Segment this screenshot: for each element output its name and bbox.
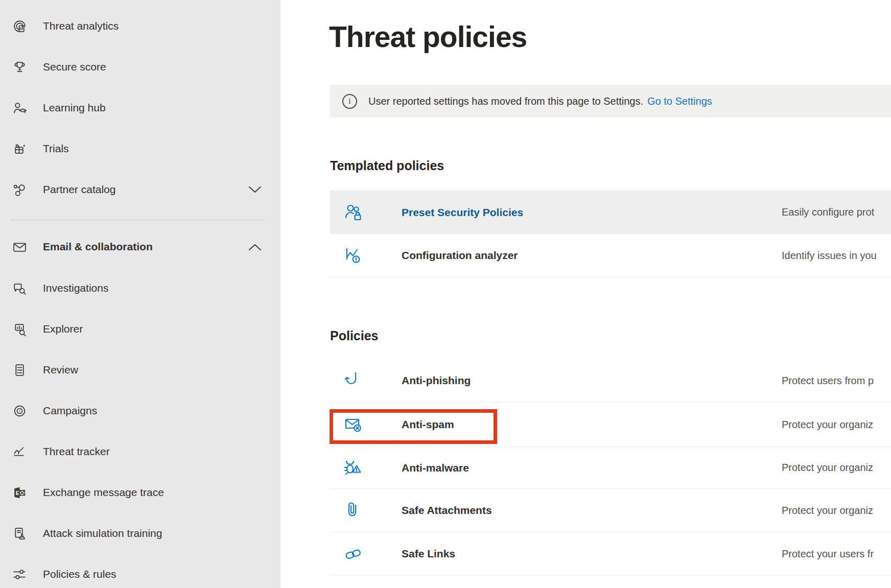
- anti-phishing-icon: [342, 369, 365, 392]
- anti-malware-icon: [342, 457, 365, 479]
- configuration-analyzer-icon: [342, 244, 365, 267]
- row-description: Protect your users fr: [782, 548, 874, 560]
- sidebar-item-email-collaboration[interactable]: Email & collaboration: [0, 226, 280, 267]
- threat-analytics-icon: [11, 18, 28, 34]
- svg-text:E: E: [15, 490, 19, 496]
- go-to-settings-link[interactable]: Go to Settings: [647, 96, 712, 107]
- info-banner: i User reported settings has moved from …: [330, 85, 891, 117]
- trials-icon: [11, 140, 28, 157]
- sidebar-item-label: Exchange message trace: [43, 486, 164, 499]
- page-title: Threat policies: [329, 20, 527, 54]
- attack-simulation-icon: [11, 525, 28, 542]
- row-description: Easily configure prot: [782, 206, 874, 218]
- partner-catalog-icon: [11, 181, 28, 198]
- row-description: Protect users from p: [782, 375, 874, 387]
- sidebar: Threat analytics Secure score Learning h…: [0, 0, 280, 588]
- row-name: Anti-malware: [402, 462, 469, 474]
- row-description: Protect your organiz: [782, 505, 873, 516]
- sidebar-item-label: Attack simulation training: [43, 527, 162, 539]
- row-name: Safe Links: [402, 548, 455, 560]
- safe-attachments-icon: [342, 499, 365, 522]
- sidebar-item-label: Review: [43, 364, 78, 376]
- row-name: Safe Attachments: [402, 504, 492, 516]
- sidebar-item-label: Campaigns: [43, 405, 97, 417]
- row-safe-attachments[interactable]: Safe Attachments Protect your organiz: [330, 489, 891, 532]
- sidebar-item-label: Investigations: [43, 282, 108, 294]
- sidebar-item-policies-rules[interactable]: Policies & rules: [0, 554, 280, 588]
- row-description: Protect your organiz: [782, 419, 873, 431]
- row-name: Anti-spam: [402, 418, 454, 431]
- sidebar-item-review[interactable]: Review: [0, 349, 280, 390]
- campaigns-icon: [11, 403, 28, 419]
- sidebar-item-secure-score[interactable]: Secure score: [0, 46, 280, 87]
- policies-rules-icon: [11, 566, 28, 582]
- sidebar-item-label: Explorer: [43, 323, 83, 335]
- exchange-icon: E: [11, 484, 28, 501]
- anti-spam-icon: [342, 413, 365, 436]
- sidebar-item-trials[interactable]: Trials: [0, 128, 280, 169]
- secure-score-icon: [11, 59, 28, 75]
- investigations-icon: [11, 280, 28, 296]
- explorer-icon: [11, 321, 28, 337]
- sidebar-divider: [10, 220, 265, 220]
- policies-heading: Policies: [330, 328, 379, 343]
- review-icon: [11, 362, 28, 378]
- row-configuration-analyzer[interactable]: Configuration analyzer Identify issues i…: [330, 234, 891, 277]
- sidebar-item-threat-analytics[interactable]: Threat analytics: [0, 6, 280, 46]
- row-safe-links[interactable]: Safe Links Protect your users fr: [330, 532, 891, 576]
- row-name: Anti-phishing: [402, 374, 471, 387]
- sidebar-item-label: Learning hub: [43, 102, 106, 114]
- row-name: Configuration analyzer: [402, 249, 518, 262]
- sidebar-item-partner-catalog[interactable]: Partner catalog: [0, 169, 280, 210]
- preset-security-policies-icon: [342, 201, 365, 224]
- sidebar-item-label: Trials: [43, 143, 69, 155]
- chevron-up-icon[interactable]: [248, 243, 262, 251]
- banner-text: User reported settings has moved from th…: [368, 96, 643, 107]
- safe-links-icon: [342, 543, 365, 565]
- sidebar-item-label: Email & collaboration: [43, 241, 153, 253]
- sidebar-item-explorer[interactable]: Explorer: [0, 309, 280, 349]
- chevron-down-icon[interactable]: [248, 186, 262, 194]
- sidebar-item-label: Threat tracker: [43, 445, 110, 458]
- email-icon: [11, 239, 28, 255]
- sidebar-item-investigations[interactable]: Investigations: [0, 268, 280, 309]
- templated-policies-heading: Templated policies: [330, 158, 444, 173]
- sidebar-item-campaigns[interactable]: Campaigns: [0, 390, 280, 431]
- row-name: Preset Security Policies: [402, 206, 523, 219]
- sidebar-item-label: Secure score: [43, 61, 106, 73]
- learning-hub-icon: [11, 100, 28, 116]
- row-anti-malware[interactable]: Anti-malware Protect your organiz: [330, 447, 891, 489]
- defender-portal: Threat analytics Secure score Learning h…: [0, 0, 891, 588]
- threat-tracker-icon: [11, 443, 28, 460]
- row-anti-phishing[interactable]: Anti-phishing Protect users from p: [330, 359, 891, 403]
- sidebar-item-learning-hub[interactable]: Learning hub: [0, 87, 280, 128]
- sidebar-item-label: Policies & rules: [43, 568, 116, 580]
- sidebar-item-attack-simulation-training[interactable]: Attack simulation training: [0, 513, 280, 554]
- row-description: Protect your organiz: [782, 462, 873, 474]
- sidebar-item-exchange-message-trace[interactable]: E Exchange message trace: [0, 472, 280, 513]
- info-icon: i: [342, 94, 357, 109]
- sidebar-item-label: Threat analytics: [43, 20, 119, 32]
- sidebar-item-threat-tracker[interactable]: Threat tracker: [0, 431, 280, 472]
- row-anti-spam[interactable]: Anti-spam Protect your organiz: [330, 403, 891, 447]
- row-description: Identify issues in you: [782, 250, 877, 262]
- row-preset-security-policies[interactable]: Preset Security Policies Easily configur…: [330, 191, 891, 234]
- sidebar-item-label: Partner catalog: [43, 183, 115, 196]
